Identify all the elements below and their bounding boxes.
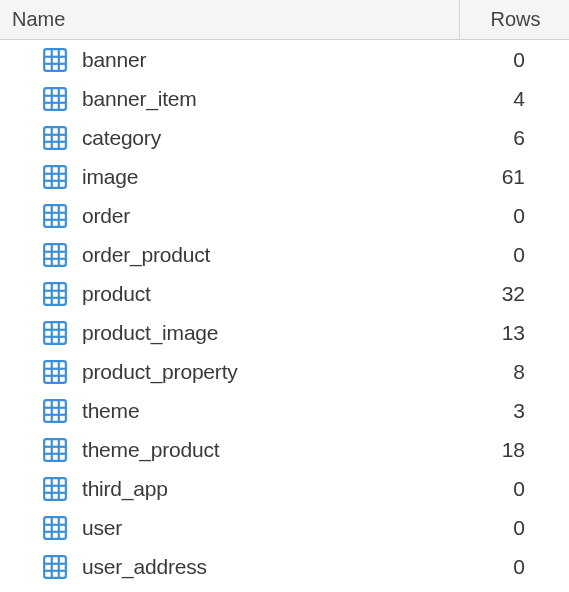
- svg-rect-25: [44, 244, 66, 266]
- table-row[interactable]: third_app 0: [0, 469, 569, 508]
- table-row[interactable]: banner_item 4: [0, 79, 569, 118]
- table-name: product_property: [82, 360, 467, 384]
- table-icon: [42, 164, 68, 190]
- table-name: banner_item: [82, 87, 467, 111]
- table-name: image: [82, 165, 467, 189]
- column-header-rows[interactable]: Rows: [459, 0, 569, 39]
- row-count: 3: [467, 399, 557, 423]
- svg-rect-40: [44, 361, 66, 383]
- table-row[interactable]: order 0: [0, 196, 569, 235]
- row-count: 61: [467, 165, 557, 189]
- svg-rect-5: [44, 88, 66, 110]
- table-row[interactable]: image 61: [0, 157, 569, 196]
- table-row[interactable]: product_property 8: [0, 352, 569, 391]
- table-icon: [42, 437, 68, 463]
- table-name: product_image: [82, 321, 467, 345]
- row-count: 8: [467, 360, 557, 384]
- column-header-name[interactable]: Name: [0, 0, 459, 39]
- table-icon: [42, 125, 68, 151]
- table-row[interactable]: product 32: [0, 274, 569, 313]
- table-name: user_address: [82, 555, 467, 579]
- svg-rect-50: [44, 439, 66, 461]
- table-row[interactable]: theme 3: [0, 391, 569, 430]
- row-count: 6: [467, 126, 557, 150]
- table-row[interactable]: user_address 0: [0, 547, 569, 586]
- table-row[interactable]: order_product 0: [0, 235, 569, 274]
- row-count: 13: [467, 321, 557, 345]
- column-header: Name Rows: [0, 0, 569, 40]
- table-name: order: [82, 204, 467, 228]
- row-count: 0: [467, 243, 557, 267]
- svg-rect-65: [44, 556, 66, 578]
- row-count: 0: [467, 204, 557, 228]
- table-row[interactable]: product_image 13: [0, 313, 569, 352]
- svg-rect-30: [44, 283, 66, 305]
- table-icon: [42, 476, 68, 502]
- svg-rect-45: [44, 400, 66, 422]
- table-row[interactable]: category 6: [0, 118, 569, 157]
- table-name: theme: [82, 399, 467, 423]
- svg-rect-10: [44, 127, 66, 149]
- table-icon: [42, 281, 68, 307]
- svg-rect-20: [44, 205, 66, 227]
- svg-rect-35: [44, 322, 66, 344]
- svg-rect-55: [44, 478, 66, 500]
- table-icon: [42, 554, 68, 580]
- table-icon: [42, 515, 68, 541]
- table-icon: [42, 203, 68, 229]
- table-icon: [42, 320, 68, 346]
- row-count: 0: [467, 555, 557, 579]
- table-icon: [42, 242, 68, 268]
- table-name: user: [82, 516, 467, 540]
- table-list: banner 0 banner_item 4 category 6 image …: [0, 40, 569, 586]
- table-row[interactable]: user 0: [0, 508, 569, 547]
- svg-rect-15: [44, 166, 66, 188]
- table-name: category: [82, 126, 467, 150]
- table-icon: [42, 47, 68, 73]
- table-row[interactable]: banner 0: [0, 40, 569, 79]
- row-count: 18: [467, 438, 557, 462]
- row-count: 32: [467, 282, 557, 306]
- row-count: 0: [467, 516, 557, 540]
- table-name: theme_product: [82, 438, 467, 462]
- table-name: third_app: [82, 477, 467, 501]
- svg-rect-60: [44, 517, 66, 539]
- svg-rect-0: [44, 49, 66, 71]
- table-name: banner: [82, 48, 467, 72]
- table-name: order_product: [82, 243, 467, 267]
- row-count: 4: [467, 87, 557, 111]
- table-icon: [42, 359, 68, 385]
- row-count: 0: [467, 48, 557, 72]
- table-row[interactable]: theme_product 18: [0, 430, 569, 469]
- table-icon: [42, 398, 68, 424]
- table-icon: [42, 86, 68, 112]
- table-name: product: [82, 282, 467, 306]
- row-count: 0: [467, 477, 557, 501]
